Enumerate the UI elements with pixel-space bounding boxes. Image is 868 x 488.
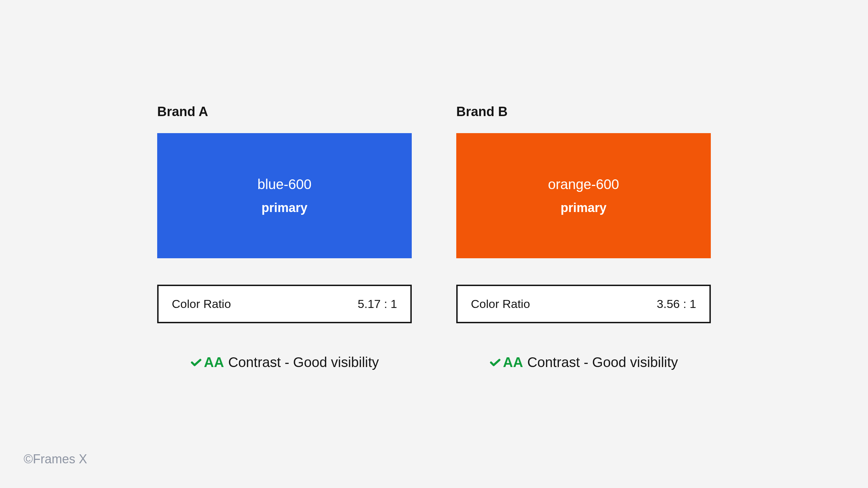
ratio-label: Color Ratio bbox=[172, 297, 231, 311]
contrast-text: Contrast - Good visibility bbox=[527, 355, 678, 370]
footer-credit: ©Frames X bbox=[24, 452, 87, 466]
contrast-line: AA Contrast - Good visibility bbox=[157, 355, 412, 370]
swatch-role: primary bbox=[561, 201, 606, 215]
ratio-label: Color Ratio bbox=[471, 297, 530, 311]
brand-column-a: Brand A blue-600 primary Color Ratio 5.1… bbox=[157, 104, 412, 370]
ratio-value: 5.17 : 1 bbox=[358, 297, 397, 311]
ratio-box: Color Ratio 5.17 : 1 bbox=[157, 285, 412, 323]
color-swatch: blue-600 primary bbox=[157, 133, 412, 258]
brand-title: Brand A bbox=[157, 104, 412, 119]
aa-level: AA bbox=[503, 355, 523, 370]
ratio-box: Color Ratio 3.56 : 1 bbox=[456, 285, 711, 323]
ratio-value: 3.56 : 1 bbox=[657, 297, 696, 311]
brand-column-b: Brand B orange-600 primary Color Ratio 3… bbox=[456, 104, 711, 370]
swatch-name: blue-600 bbox=[257, 177, 312, 192]
contrast-line: AA Contrast - Good visibility bbox=[456, 355, 711, 370]
brands-container: Brand A blue-600 primary Color Ratio 5.1… bbox=[157, 104, 711, 370]
swatch-name: orange-600 bbox=[548, 177, 619, 192]
swatch-role: primary bbox=[262, 201, 307, 215]
check-icon bbox=[489, 356, 501, 369]
aa-level: AA bbox=[204, 355, 224, 370]
contrast-text: Contrast - Good visibility bbox=[228, 355, 379, 370]
check-icon bbox=[190, 356, 202, 369]
brand-title: Brand B bbox=[456, 104, 711, 119]
color-swatch: orange-600 primary bbox=[456, 133, 711, 258]
